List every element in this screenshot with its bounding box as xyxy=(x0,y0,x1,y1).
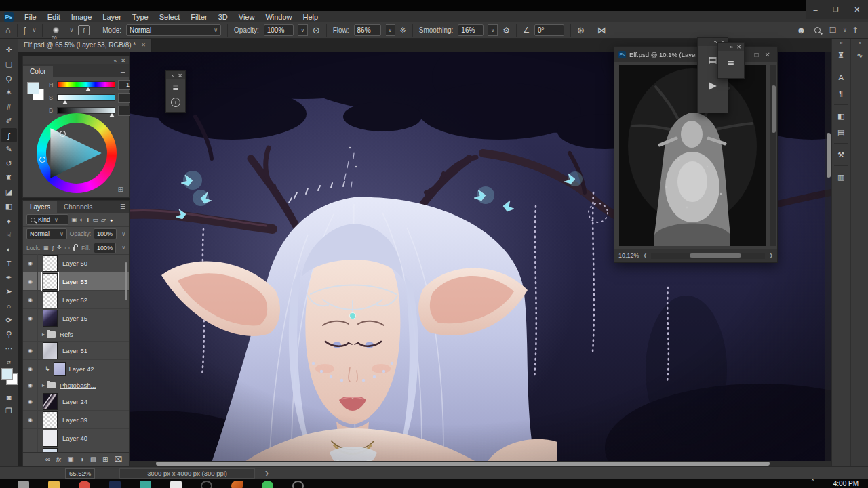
lasso-tool[interactable]: Ϙ xyxy=(1,71,17,85)
expand-panel-icon[interactable]: » xyxy=(172,73,174,79)
workspace-icon[interactable]: ❏ xyxy=(829,26,836,35)
gear-icon[interactable]: ⚙ xyxy=(502,26,510,35)
scroll-thumb[interactable] xyxy=(156,462,770,466)
close-button[interactable]: ✕ xyxy=(854,5,860,14)
layer-thumbnail[interactable] xyxy=(54,362,66,376)
menu-3d[interactable]: 3D xyxy=(213,13,233,21)
account-icon[interactable]: ☻ xyxy=(797,25,806,35)
taskbar-app-orange-icon[interactable] xyxy=(231,481,243,488)
foreground-color-swatch[interactable] xyxy=(1,368,13,380)
home-icon[interactable]: ⌂ xyxy=(5,25,11,35)
hue-ring-marker[interactable] xyxy=(39,157,45,163)
visibility-toggle[interactable] xyxy=(23,327,38,341)
lock-all-icon[interactable] xyxy=(73,247,75,251)
menu-view[interactable]: View xyxy=(233,13,260,21)
character-panel-icon[interactable]: A xyxy=(833,69,849,85)
clone-stamp-tool[interactable]: ♜ xyxy=(1,171,17,185)
info-panel-icon[interactable]: i xyxy=(166,96,185,109)
panel-menu-icon[interactable]: ☰ xyxy=(120,203,125,210)
group-name[interactable]: Refs xyxy=(60,331,73,338)
taskbar-app-white-icon[interactable] xyxy=(170,481,182,488)
menu-image[interactable]: Image xyxy=(66,13,98,21)
close-panel-icon[interactable]: ✕ xyxy=(178,73,182,79)
edit-toolbar-button[interactable]: ⋯ xyxy=(1,342,17,356)
delete-layer-icon[interactable]: ⌧ xyxy=(114,455,122,463)
taskbar-app-green-icon[interactable] xyxy=(262,481,273,488)
swap-colors-icon[interactable]: ⇄ xyxy=(7,360,11,365)
visibility-toggle[interactable]: ◉ xyxy=(23,272,38,290)
tab-channels[interactable]: Channels xyxy=(57,201,99,213)
layer-effects-icon[interactable]: fx xyxy=(56,456,61,463)
filter-shape-icon[interactable]: ▭ xyxy=(92,216,98,223)
start-button[interactable] xyxy=(18,481,29,488)
tool-presets-panel-icon[interactable]: ⚒ xyxy=(833,146,849,163)
tab-layers[interactable]: Layers xyxy=(23,201,57,213)
navigator-thumbnail[interactable] xyxy=(619,65,766,246)
search-icon[interactable] xyxy=(814,27,821,33)
layer-thumbnail[interactable] xyxy=(43,430,58,447)
gradient-tool[interactable]: ◧ xyxy=(1,199,17,214)
adjustments-panel-icon[interactable]: ≣ xyxy=(166,79,185,96)
new-group-icon[interactable]: ▤ xyxy=(90,455,96,463)
path-select-tool[interactable]: ➤ xyxy=(1,285,17,299)
caret-icon[interactable]: ▸ xyxy=(42,331,45,338)
layer-thumbnail[interactable] xyxy=(43,342,58,359)
close-panel-icon[interactable]: ✕ xyxy=(736,44,741,50)
new-adjustment-icon[interactable]: ◑ xyxy=(80,455,84,463)
document-tab[interactable]: Elf.psd @ 65.5% (Layer 53, RGB/8) * ✕ xyxy=(18,39,152,52)
filter-toggle[interactable]: ● xyxy=(110,218,113,222)
visibility-toggle[interactable]: ◉ xyxy=(23,309,38,327)
layer-row[interactable]: ◉ Layer 39 xyxy=(23,411,129,429)
tray-chevron-icon[interactable]: ⌃ xyxy=(810,479,815,485)
layer-row[interactable]: ◉ Layer 52 xyxy=(23,291,129,309)
scroll-left-icon[interactable]: ❮ xyxy=(644,253,648,258)
filter-pixel-icon[interactable]: ▣ xyxy=(71,216,77,223)
hue-slider[interactable] xyxy=(57,81,115,88)
blend-mode-select[interactable]: Normal∨ xyxy=(126,24,221,36)
visibility-toggle[interactable]: ◉ xyxy=(23,254,38,272)
layer-row-selected[interactable]: ◉ Layer 53 xyxy=(23,272,129,291)
scroll-thumb[interactable] xyxy=(690,253,741,258)
layer-name[interactable]: Layer 15 xyxy=(62,314,87,322)
libraries-panel-icon[interactable]: ▤ xyxy=(833,124,849,140)
scroll-thumb[interactable] xyxy=(772,85,776,133)
navigator-vertical-scrollbar[interactable] xyxy=(770,65,776,246)
saturation-slider[interactable] xyxy=(57,94,115,101)
lock-position-icon[interactable]: ✜ xyxy=(57,245,62,251)
pressure-opacity-icon[interactable]: ⊙ xyxy=(313,25,320,35)
taskbar-app-teal-icon[interactable] xyxy=(140,481,151,488)
maximize-icon[interactable]: □ xyxy=(755,51,759,58)
filter-adjustment-icon[interactable]: ◐ xyxy=(80,216,83,223)
lock-artboard-icon[interactable]: ▭ xyxy=(64,245,70,251)
tab-color[interactable]: Color xyxy=(23,66,53,77)
symmetry-icon[interactable]: ⋈ xyxy=(597,25,606,35)
opacity-input[interactable]: 100% xyxy=(264,24,294,36)
blur-tool[interactable]: ♦ xyxy=(1,214,17,228)
visibility-toggle[interactable]: ◉ xyxy=(23,291,38,308)
layer-thumbnail[interactable] xyxy=(43,310,58,327)
visibility-toggle[interactable]: ◉ xyxy=(23,342,38,359)
restore-button[interactable]: ❐ xyxy=(833,6,838,13)
toggle-brush-panel-icon[interactable]: ʃ xyxy=(78,25,90,35)
pen-tool[interactable]: ✒ xyxy=(1,270,17,285)
clone-source-panel-icon[interactable]: ♜ xyxy=(833,47,849,63)
scroll-right-icon[interactable]: ❯ xyxy=(769,253,773,258)
group-row[interactable]: ◉ ▸ Photobash... xyxy=(23,378,129,392)
panel-menu-icon[interactable]: ☰ xyxy=(120,67,125,74)
quick-mask-button[interactable]: ◙ xyxy=(1,390,17,404)
group-row[interactable]: ▸ Refs xyxy=(23,327,129,342)
foreground-color-swatch[interactable] xyxy=(27,82,39,94)
chevron-down-icon[interactable]: ∨ xyxy=(121,231,125,237)
layer-row[interactable]: ◉ Layer 51 xyxy=(23,342,129,360)
link-layers-icon[interactable]: ∞ xyxy=(45,455,50,463)
layers-scrollbar-thumb[interactable] xyxy=(125,262,127,300)
smoothing-input[interactable]: 16% xyxy=(458,24,484,36)
eyedropper-tool[interactable]: ✐ xyxy=(1,114,17,128)
new-layer-icon[interactable]: ⊞ xyxy=(102,455,108,463)
layer-row[interactable]: ◉ Layer 36 xyxy=(23,447,129,452)
chevron-down-icon[interactable]: ∨ xyxy=(121,245,125,251)
add-mask-icon[interactable]: ▣ xyxy=(67,455,73,463)
status-arrow-icon[interactable]: ❯ xyxy=(264,470,269,476)
rotate-view-tool[interactable]: ⟳ xyxy=(1,313,17,327)
layer-thumbnail[interactable] xyxy=(43,411,58,428)
